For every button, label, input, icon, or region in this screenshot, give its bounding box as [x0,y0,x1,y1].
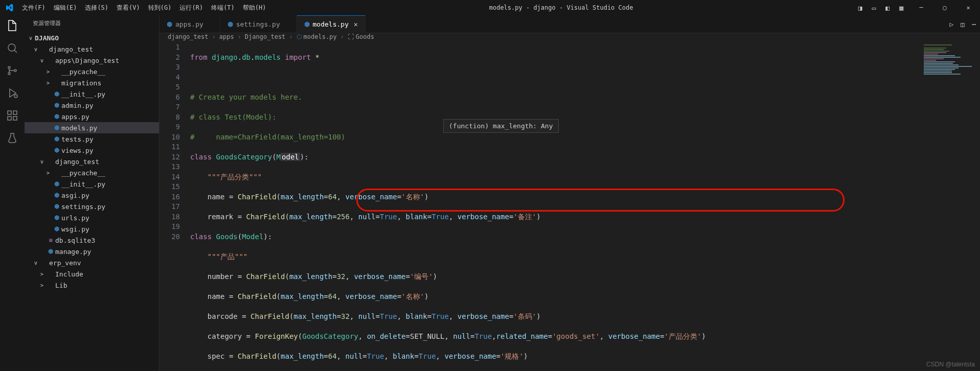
menu-go[interactable]: 转到(G) [144,2,176,14]
search-icon[interactable] [6,42,18,54]
tree-item[interactable]: ⬢tests.py [25,133,159,145]
svg-rect-7 [13,117,17,120]
minimize-button[interactable]: ─ [909,1,933,14]
editor-tab[interactable]: ⬢settings.py✕ [220,15,297,33]
tree-item[interactable]: ⬢wsgi.py [25,223,159,235]
layout-primary-side-icon[interactable]: ◨ [858,4,862,12]
testing-icon[interactable] [6,132,18,144]
tree-item[interactable]: ≡db.sqlite3 [25,235,159,246]
tree-item[interactable]: ⬢models.py [25,122,159,133]
tree-item[interactable]: vapps\Django_test [25,55,159,66]
menu-view[interactable]: 查看(V) [112,2,144,14]
svg-rect-6 [8,117,11,120]
code-content[interactable]: from django.db.models import * # Create … [190,40,980,371]
layout-panel-icon[interactable]: ▭ [872,4,876,12]
svg-point-4 [14,95,17,98]
menu-selection[interactable]: 选择(S) [81,2,112,14]
svg-rect-8 [13,111,17,114]
editor-tab[interactable]: ⬢apps.py✕ [159,15,220,33]
maximize-button[interactable]: ▢ [933,1,956,14]
tree-item[interactable]: ⬢__init__.py [25,178,159,190]
tree-item[interactable]: >Include [25,268,159,280]
svg-rect-5 [8,111,11,114]
hover-tooltip: (function) max_length: Any [443,119,559,133]
extensions-icon[interactable] [6,109,18,122]
source-control-icon[interactable] [6,64,18,77]
editor-tab[interactable]: ⬢models.py✕ [297,15,366,33]
tree-item[interactable]: ⬢views.py [25,145,159,156]
tree-item[interactable]: >__pycache__ [25,167,159,178]
file-tree[interactable]: vDJANGO vdjango_testvapps\Django_test>__… [25,31,159,292]
editor-tabs: ⬢apps.py✕⬢settings.py✕⬢models.py✕ ▷ ◫ ⋯ [159,15,980,33]
close-button[interactable]: ✕ [956,1,980,14]
tree-item[interactable]: ⬢admin.py [25,100,159,111]
explorer-icon[interactable] [6,19,18,32]
sidebar-explorer: 资源管理器 vDJANGO vdjango_testvapps\Django_t… [25,15,159,371]
activity-bar [0,15,25,371]
svg-point-1 [8,66,10,68]
editor-area: ⬢apps.py✕⬢settings.py✕⬢models.py✕ ▷ ◫ ⋯ … [159,15,980,371]
menu-help[interactable]: 帮助(H) [239,2,270,14]
close-tab-icon[interactable]: ✕ [354,20,358,28]
tree-item[interactable]: ⬢asgi.py [25,190,159,201]
tree-item[interactable]: ⬢settings.py [25,201,159,212]
tree-item[interactable]: vdjango_test [25,156,159,167]
explorer-title: 资源管理器 [25,15,159,31]
watermark: CSDN @talentsta [926,361,975,368]
menu-terminal[interactable]: 终端(T) [207,2,239,14]
tree-item[interactable]: vdjango_test [25,43,159,55]
tree-item[interactable]: ⬢apps.py [25,111,159,122]
customize-layout-icon[interactable]: ▦ [899,4,903,12]
code-editor[interactable]: 1234567891011121314151617181920 from dja… [159,40,980,371]
run-debug-icon[interactable] [6,87,18,99]
svg-point-3 [14,69,16,72]
tree-item[interactable]: ⬢manage.py [25,246,159,257]
breadcrumbs[interactable]: django_test› apps› Django_test› ⬡ models… [159,33,980,40]
tree-item[interactable]: ⬢urls.py [25,212,159,223]
tree-root[interactable]: vDJANGO [25,32,159,43]
tree-item[interactable]: ⬢__init__.py [25,88,159,100]
menu-file[interactable]: 文件(F) [18,2,50,14]
split-editor-icon[interactable]: ◫ [961,20,965,28]
vscode-logo-icon [0,4,18,12]
minimap[interactable] [924,44,980,147]
menu-bar: 文件(F) 编辑(E) 选择(S) 查看(V) 转到(G) 运行(R) 终端(T… [18,2,270,14]
layout-secondary-side-icon[interactable]: ◧ [885,4,890,12]
tree-item[interactable]: >migrations [25,77,159,88]
more-actions-icon[interactable]: ⋯ [972,20,976,28]
tree-item[interactable]: >__pycache__ [25,66,159,77]
menu-run[interactable]: 运行(R) [175,2,207,14]
tree-item[interactable]: verp_venv [25,257,159,268]
run-file-icon[interactable]: ▷ [950,20,954,28]
menu-edit[interactable]: 编辑(E) [50,2,81,14]
line-numbers: 1234567891011121314151617181920 [159,40,190,371]
tree-item[interactable]: >Lib [25,280,159,291]
window-title: models.py - django - Visual Studio Code [270,4,852,11]
svg-point-0 [8,44,15,51]
titlebar: 文件(F) 编辑(E) 选择(S) 查看(V) 转到(G) 运行(R) 终端(T… [0,0,980,15]
svg-point-2 [8,73,10,75]
